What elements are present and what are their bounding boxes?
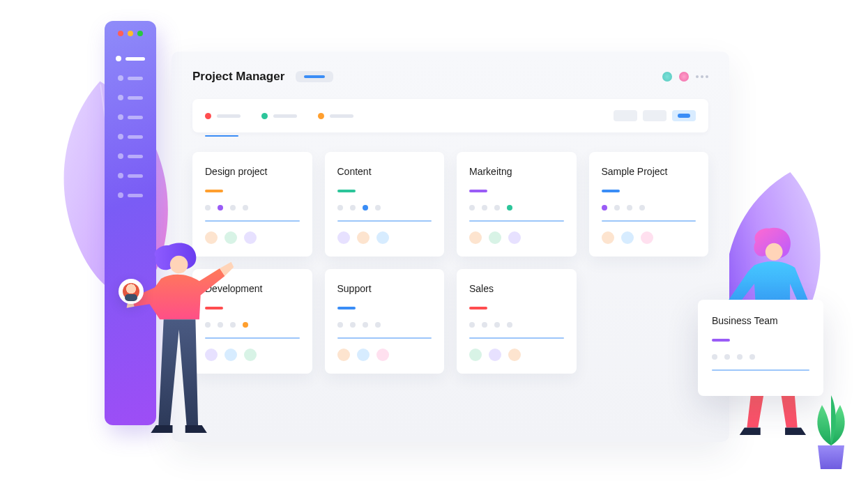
title-pill-button[interactable]	[296, 71, 333, 82]
avatar-1[interactable]	[662, 72, 672, 82]
card-member-chips	[469, 349, 564, 361]
maximize-dot[interactable]	[137, 31, 143, 36]
filter-tab-3[interactable]	[318, 113, 353, 119]
project-card-sales[interactable]: Sales	[457, 269, 577, 374]
minimize-dot[interactable]	[128, 31, 133, 36]
main-window: Project Manager Design projectContentMar…	[172, 52, 729, 442]
project-grid: Design projectContentMarkeitngSample Pro…	[192, 152, 708, 374]
card-title: Sample Project	[602, 166, 696, 177]
card-title: Markeitng	[469, 166, 564, 177]
nav-item-1[interactable]	[116, 56, 145, 61]
filter-tab-2[interactable]	[261, 113, 297, 119]
nav-item-3[interactable]	[118, 95, 143, 100]
floating-card-divider	[712, 369, 809, 371]
card-divider	[337, 220, 432, 222]
card-title: Design project	[205, 166, 300, 177]
floating-card-title: Business Team	[712, 315, 809, 326]
topbar: Project Manager	[192, 70, 708, 84]
card-member-chips	[602, 231, 696, 244]
user-avatar-bubble[interactable]	[119, 279, 144, 304]
project-card-support[interactable]: Support	[325, 269, 445, 374]
nav-item-5[interactable]	[118, 134, 143, 139]
card-accent	[469, 190, 487, 192]
floating-card-dots	[712, 354, 809, 360]
avatar-icon	[123, 283, 139, 300]
page-title: Project Manager	[192, 70, 284, 84]
card-divider	[469, 220, 564, 222]
card-member-chips	[469, 231, 564, 244]
card-divider	[205, 220, 300, 222]
card-title: Content	[337, 166, 432, 177]
card-divider	[337, 337, 432, 339]
nav-item-6[interactable]	[118, 153, 143, 159]
card-title: Support	[337, 283, 432, 294]
nav-item-2[interactable]	[118, 75, 143, 81]
toolbar-button-2[interactable]	[643, 110, 667, 121]
window-controls	[118, 31, 143, 36]
card-status-dots	[469, 205, 564, 211]
card-status-dots	[205, 205, 300, 211]
svg-point-0	[170, 256, 188, 274]
overflow-menu-icon[interactable]	[696, 75, 708, 78]
filter-bar	[192, 99, 708, 132]
card-accent	[337, 307, 356, 309]
card-title: Sales	[469, 283, 564, 294]
filter-tab-1[interactable]	[205, 113, 241, 119]
card-status-dots	[602, 205, 696, 211]
nav-item-4[interactable]	[118, 114, 143, 120]
card-status-dots	[337, 205, 432, 211]
svg-point-1	[766, 243, 783, 261]
floating-card-business-team[interactable]: Business Team	[698, 300, 823, 396]
card-accent	[205, 190, 223, 192]
card-member-chips	[337, 349, 432, 361]
floating-card-accent	[712, 339, 730, 342]
toolbar-button-1[interactable]	[614, 110, 637, 121]
project-card-markeitng[interactable]: Markeitng	[457, 152, 577, 257]
card-member-chips	[337, 231, 432, 244]
avatar-2[interactable]	[679, 72, 689, 82]
card-divider	[469, 337, 564, 339]
card-divider	[602, 220, 696, 222]
active-filter-underline	[205, 135, 238, 137]
illustration-person-left	[124, 230, 236, 471]
nav-item-7[interactable]	[118, 173, 143, 178]
toolbar-button-primary[interactable]	[672, 110, 696, 121]
close-dot[interactable]	[118, 31, 123, 36]
card-status-dots	[337, 322, 432, 328]
project-card-sample-project[interactable]: Sample Project	[589, 152, 709, 257]
card-accent	[469, 307, 487, 309]
card-status-dots	[469, 322, 564, 328]
project-card-content[interactable]: Content	[325, 152, 445, 257]
card-accent	[337, 190, 356, 192]
card-accent	[602, 190, 620, 192]
nav-item-8[interactable]	[118, 192, 143, 198]
